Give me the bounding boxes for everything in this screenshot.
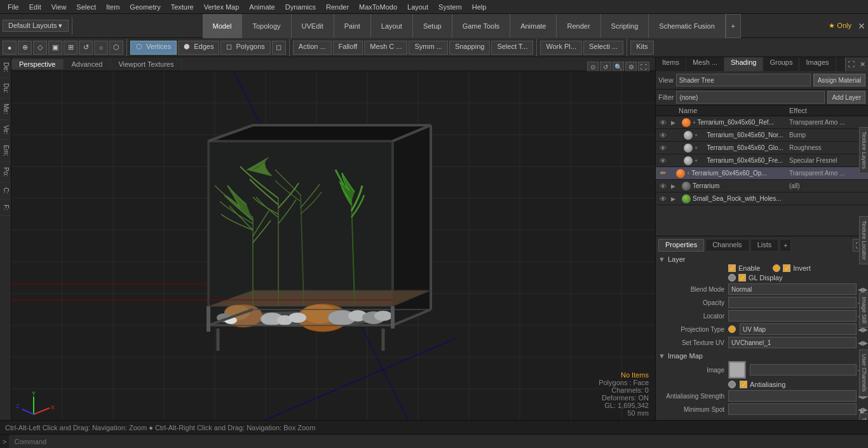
visibility-icon[interactable]: 👁 xyxy=(658,156,667,165)
locator-input[interactable]: Terrarium_60x45x60_Opacity (Ima ... xyxy=(728,310,857,322)
select-t-button[interactable]: Select T... xyxy=(491,41,533,55)
expand-arrow[interactable]: ▶ xyxy=(671,119,675,126)
tab-layout[interactable]: Layout xyxy=(371,14,413,38)
work-pl-button[interactable]: Work Pl... xyxy=(540,41,581,55)
shader-tree-dropdown[interactable]: Shader Tree xyxy=(676,74,811,86)
layer-item[interactable]: 👁 ▶ Small_Sea_Rock_with_Holes... xyxy=(656,193,868,205)
tab-setup[interactable]: Setup xyxy=(413,14,452,38)
mesh-button[interactable]: Mesh C ... xyxy=(364,41,407,55)
uv-map-radio[interactable] xyxy=(728,325,736,333)
add-property-tab-button[interactable]: + xyxy=(780,239,791,252)
panel-tab-images[interactable]: Images xyxy=(799,57,836,71)
antialias-strength-input[interactable]: 100.0 % xyxy=(728,390,857,402)
panel-tab-shading[interactable]: Shading xyxy=(724,57,763,71)
command-input[interactable] xyxy=(9,435,868,449)
layer-item[interactable]: 👁 ▶ + Terrarium_60x45x60_Ref... Transpar… xyxy=(656,116,868,129)
selection-mode-extra[interactable]: ◻ xyxy=(272,41,286,55)
sidebar-tab-ve[interactable]: Ve: xyxy=(0,120,11,140)
mode-icon-3[interactable]: ◇ xyxy=(33,41,47,55)
enable-checkbox[interactable]: ✓ xyxy=(728,264,736,272)
antialias-radio[interactable] xyxy=(728,381,736,388)
gl-radio[interactable] xyxy=(728,274,736,282)
expand-icon[interactable]: + xyxy=(687,170,690,177)
visibility-icon[interactable]: 👁 xyxy=(658,118,667,127)
selecti-button[interactable]: Selecti ... xyxy=(583,41,623,55)
sidebar-tab-de[interactable]: De: xyxy=(0,57,11,78)
layer-item-active[interactable]: ✏ + Terrarium_60x45x60_Op... Transparent… xyxy=(656,167,868,180)
tab-render[interactable]: Render xyxy=(557,14,600,38)
polygons-button[interactable]: ◻ Polygons xyxy=(220,41,270,55)
invert-radio[interactable] xyxy=(773,264,780,272)
mode-icon-5[interactable]: ⊞ xyxy=(64,41,78,55)
mode-icon-4[interactable]: ▣ xyxy=(48,41,62,55)
tab-schematic-fusion[interactable]: Schematic Fusion xyxy=(649,14,725,38)
layer-item[interactable]: 👁 + Terrarium_60x45x60_Nor... Bump xyxy=(656,129,868,142)
menu-file[interactable]: File xyxy=(3,2,24,12)
visibility-icon[interactable]: 👁 xyxy=(658,144,667,153)
snapping-button[interactable]: Snapping xyxy=(449,41,491,55)
close-panel-icon[interactable]: ✕ xyxy=(857,57,868,71)
symm-button[interactable]: Symm ... xyxy=(409,41,447,55)
menu-geometry[interactable]: Geometry xyxy=(125,2,165,12)
menu-animate[interactable]: Animate xyxy=(244,2,280,12)
mode-icon-6[interactable]: ↺ xyxy=(79,41,93,55)
layer-item[interactable]: 👁 + Terrarium_60x45x60_Fre... Specular F… xyxy=(656,154,868,167)
tab-game-tools[interactable]: Game Tools xyxy=(452,14,511,38)
panel-tab-items[interactable]: Items xyxy=(656,57,686,71)
tab-model[interactable]: Model xyxy=(203,14,243,38)
visibility-icon[interactable]: 👁 xyxy=(658,131,667,140)
layer-item[interactable]: 👁 + Terrarium_60x45x60_Glo... Roughness xyxy=(656,142,868,154)
layout-dropdown[interactable]: Default Layouts ▾ xyxy=(3,20,69,32)
texture-locator-tab[interactable]: Texture Locator xyxy=(859,216,868,264)
panel-tab-groups[interactable]: Groups xyxy=(763,57,799,71)
gl-checkbox[interactable]: ✓ xyxy=(738,274,746,282)
sidebar-tab-po[interactable]: Po: xyxy=(0,162,11,182)
antialias-checkbox[interactable]: ✓ xyxy=(740,381,747,388)
invert-checkbox[interactable]: ✓ xyxy=(783,264,790,272)
prop-tab-channels[interactable]: Channels xyxy=(705,239,749,252)
projection-type-dropdown[interactable]: UV Map xyxy=(740,323,857,335)
tags-tab[interactable]: Tags xyxy=(859,413,868,420)
visibility-icon[interactable]: 👁 xyxy=(658,194,667,203)
sidebar-tab-c[interactable]: C: xyxy=(0,182,11,200)
sidebar-tab-em[interactable]: Em: xyxy=(0,140,11,162)
sidebar-tab-f[interactable]: F: xyxy=(0,200,11,216)
mode-icon-1[interactable]: ● xyxy=(3,41,17,55)
menu-maxtomode[interactable]: MaxToModo xyxy=(354,2,402,12)
expand-arrow[interactable]: ▶ xyxy=(671,196,675,202)
expand-icon[interactable]: + xyxy=(695,132,698,139)
assign-material-button[interactable]: Assign Material xyxy=(813,74,865,86)
mode-icon-8[interactable]: ⬡ xyxy=(109,41,123,55)
viewport[interactable]: Perspective Advanced Viewport Textures ⊙… xyxy=(11,57,655,420)
add-layout-tab-button[interactable]: + xyxy=(726,14,741,38)
menu-dynamics[interactable]: Dynamics xyxy=(280,2,321,12)
texture-layers-tab[interactable]: Texture Layers xyxy=(859,127,868,173)
menu-edit[interactable]: Edit xyxy=(24,2,46,12)
mode-icon-2[interactable]: ⊕ xyxy=(18,41,32,55)
viewport-tab-textures[interactable]: Viewport Textures xyxy=(111,59,182,69)
vertices-button[interactable]: ⬡ Vertices xyxy=(130,41,177,55)
image-still-tab[interactable]: Image Still xyxy=(859,292,868,328)
viewport-tab-perspective[interactable]: Perspective xyxy=(11,59,64,69)
panel-tab-mesh[interactable]: Mesh ... xyxy=(686,57,724,71)
menu-select[interactable]: Select xyxy=(71,2,101,12)
menu-texture[interactable]: Texture xyxy=(166,2,199,12)
image-thumbnail[interactable] xyxy=(728,361,746,379)
sidebar-tab-du[interactable]: Du: xyxy=(0,78,11,99)
prop-tab-properties[interactable]: Properties xyxy=(658,239,704,252)
menu-render[interactable]: Render xyxy=(321,2,354,12)
image-input[interactable]: Terrarium_60x45x60_Opac... xyxy=(750,364,857,376)
image-map-collapse[interactable]: ▼ xyxy=(658,352,665,360)
mode-icon-7[interactable]: ○ xyxy=(94,41,108,55)
add-layer-button[interactable]: Add Layer xyxy=(827,91,865,104)
menu-layout[interactable]: Layout xyxy=(402,2,433,12)
blend-mode-arrow[interactable]: ◀▶ xyxy=(858,286,865,293)
layer-collapse-arrow[interactable]: ▼ xyxy=(658,255,665,263)
opacity-input[interactable]: 100.0 % xyxy=(728,297,857,308)
menu-vertex-map[interactable]: Vertex Map xyxy=(199,2,245,12)
viewport-canvas[interactable]: X Y Z No Items Polygons : Face Channels:… xyxy=(11,71,655,420)
menu-view[interactable]: View xyxy=(46,2,72,12)
tab-uvedit[interactable]: UVEdit xyxy=(292,14,334,38)
expand-icon[interactable]: + xyxy=(695,145,698,151)
expand-icon[interactable]: + xyxy=(693,119,696,126)
